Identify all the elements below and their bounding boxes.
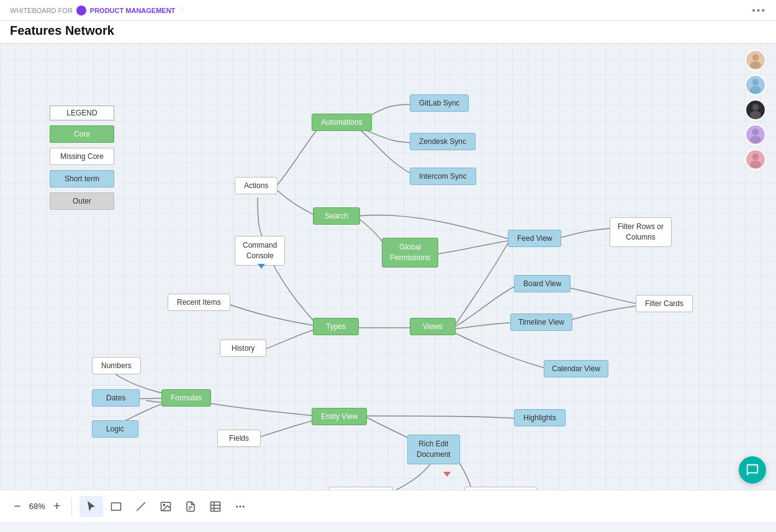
tool-more[interactable] bbox=[228, 496, 252, 517]
tool-rectangle[interactable] bbox=[104, 496, 128, 517]
svg-point-9 bbox=[750, 161, 761, 168]
more-tools-icon bbox=[235, 501, 246, 512]
node-history[interactable]: History bbox=[220, 340, 266, 357]
svg-point-0 bbox=[752, 54, 759, 61]
node-gitlab[interactable]: GitLab Sync bbox=[410, 94, 469, 112]
zoom-minus-button[interactable]: − bbox=[10, 498, 25, 515]
svg-point-8 bbox=[752, 153, 759, 160]
svg-point-1 bbox=[750, 61, 761, 69]
node-command-console[interactable]: CommandConsole bbox=[235, 236, 285, 266]
svg-point-2 bbox=[752, 79, 759, 86]
tool-select[interactable] bbox=[79, 496, 103, 517]
product-logo-icon bbox=[76, 6, 86, 16]
node-zendesk[interactable]: Zendesk Sync bbox=[410, 133, 476, 150]
svg-point-21 bbox=[240, 505, 241, 507]
svg-point-6 bbox=[752, 128, 759, 135]
avatar-1[interactable] bbox=[745, 50, 766, 71]
zoom-value: 68% bbox=[26, 502, 48, 511]
avatar-5[interactable] bbox=[745, 149, 766, 170]
document-icon bbox=[185, 501, 196, 512]
node-automations[interactable]: Automations bbox=[312, 114, 372, 131]
connections-svg bbox=[0, 43, 776, 522]
node-filter-rows[interactable]: Filter Rows orColumns bbox=[610, 217, 672, 247]
avatar-2[interactable] bbox=[745, 74, 766, 96]
node-intercom[interactable]: Intercom Sync bbox=[410, 168, 476, 185]
svg-point-13 bbox=[164, 504, 165, 505]
line-icon bbox=[135, 501, 147, 512]
title-bar: Features Network bbox=[0, 21, 776, 43]
more-button[interactable]: ••• bbox=[752, 5, 766, 16]
rectangle-icon bbox=[111, 501, 122, 512]
legend-panel: LEGEND Core Missing Core Short term Oute… bbox=[50, 106, 114, 210]
node-recent-items[interactable]: Recent Items bbox=[168, 294, 230, 311]
node-dates[interactable]: Dates bbox=[92, 389, 140, 407]
node-numbers[interactable]: Numbers bbox=[92, 357, 141, 374]
node-fields[interactable]: Fields bbox=[217, 430, 261, 447]
node-filter-cards[interactable]: Filter Cards bbox=[636, 295, 693, 312]
svg-rect-16 bbox=[211, 502, 220, 511]
svg-point-22 bbox=[243, 505, 245, 507]
svg-point-20 bbox=[237, 505, 238, 507]
node-calendar-view[interactable]: Calendar View bbox=[544, 360, 608, 377]
node-actions[interactable]: Actions bbox=[235, 177, 277, 194]
zoom-plus-button[interactable]: + bbox=[50, 498, 65, 515]
bottom-toolbar: − 68% + bbox=[0, 490, 776, 522]
node-board-view[interactable]: Board View bbox=[514, 275, 571, 292]
node-views[interactable]: Views bbox=[410, 318, 456, 335]
node-global-permissions[interactable]: GlobalPermissions bbox=[382, 238, 438, 268]
node-highlights[interactable]: Highlights bbox=[514, 409, 566, 426]
node-timeline-view[interactable]: Timeline View bbox=[510, 313, 572, 331]
svg-point-3 bbox=[750, 86, 761, 94]
avatar-3[interactable] bbox=[745, 99, 766, 120]
node-rich-edit[interactable]: Rich EditDocument bbox=[407, 435, 460, 464]
svg-point-4 bbox=[752, 104, 759, 110]
image-icon bbox=[160, 501, 171, 512]
product-management-label: PRODUCT MANAGEMENT bbox=[90, 7, 176, 14]
chat-button[interactable] bbox=[739, 456, 766, 484]
header: WHITEBOARD FOR PRODUCT MANAGEMENT ☆ ••• bbox=[0, 0, 776, 21]
legend-short-term: Short term bbox=[50, 170, 114, 187]
tool-table[interactable] bbox=[204, 496, 227, 517]
tool-document[interactable] bbox=[179, 496, 202, 517]
svg-point-5 bbox=[750, 111, 761, 119]
legend-core: Core bbox=[50, 125, 114, 143]
svg-rect-10 bbox=[112, 503, 121, 510]
node-feed-view[interactable]: Feed View bbox=[508, 230, 561, 247]
avatar-4[interactable] bbox=[745, 124, 766, 145]
page-title: Features Network bbox=[10, 24, 766, 38]
node-logic[interactable]: Logic bbox=[92, 420, 138, 438]
canvas-area[interactable]: LEGEND Core Missing Core Short term Oute… bbox=[0, 43, 776, 522]
legend-missing-core: Missing Core bbox=[50, 148, 114, 165]
svg-line-11 bbox=[137, 502, 146, 511]
table-icon bbox=[210, 501, 221, 512]
svg-point-7 bbox=[750, 136, 761, 143]
select-icon bbox=[86, 501, 97, 512]
legend-title: LEGEND bbox=[50, 106, 114, 120]
whiteboard-for-label: WHITEBOARD FOR bbox=[10, 7, 73, 14]
legend-outer: Outer bbox=[50, 192, 114, 210]
node-formulas[interactable]: Formulas bbox=[161, 389, 211, 407]
tool-line[interactable] bbox=[129, 496, 153, 517]
node-search[interactable]: Search bbox=[313, 207, 360, 225]
node-types[interactable]: Types bbox=[313, 318, 359, 335]
avatars-panel bbox=[745, 50, 766, 170]
node-entity-view[interactable]: Entity View bbox=[312, 408, 367, 425]
tool-image[interactable] bbox=[154, 496, 178, 517]
star-icon[interactable]: ☆ bbox=[179, 6, 185, 14]
